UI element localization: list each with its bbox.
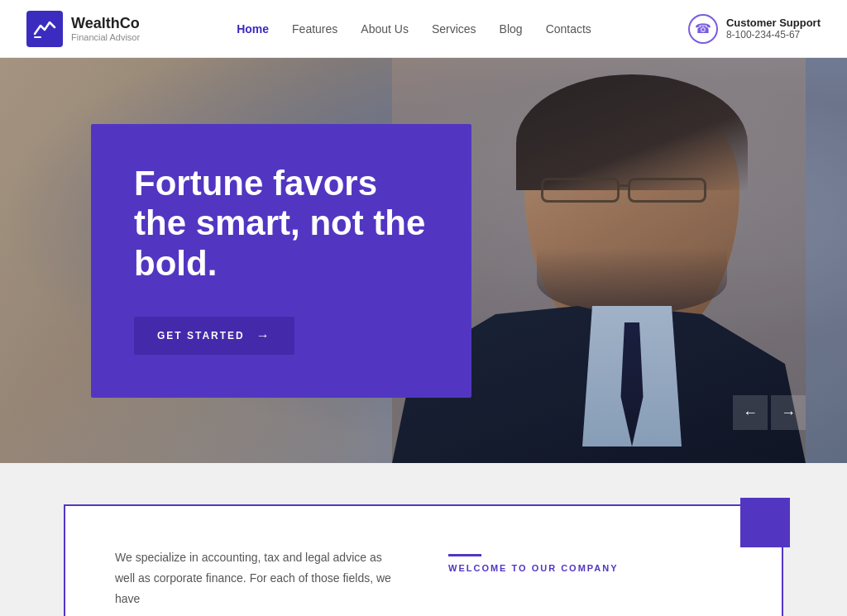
hero-card: Fortune favors the smart, not the bold. …: [91, 124, 471, 398]
support-label: Customer Support: [726, 17, 821, 29]
get-started-label: GET STARTED: [157, 330, 245, 341]
logo-text: WealthCo Financial Advisor: [71, 15, 140, 43]
nav-about[interactable]: About Us: [361, 22, 409, 36]
card-accent: [740, 498, 790, 547]
support-text: Customer Support 8-100-234-45-67: [726, 17, 821, 41]
brand-name: WealthCo: [71, 15, 140, 33]
slider-prev-button[interactable]: ←: [733, 395, 768, 430]
nav-features[interactable]: Features: [292, 22, 337, 36]
welcome-right: WELCOME TO OUR COMPANY: [448, 547, 732, 573]
arrow-right-icon: →: [256, 328, 271, 343]
nav-blog[interactable]: Blog: [500, 22, 523, 36]
nav-contacts[interactable]: Contacts: [546, 22, 591, 36]
customer-support: ☎ Customer Support 8-100-234-45-67: [688, 14, 821, 44]
nav-services[interactable]: Services: [432, 22, 476, 36]
hero-section: Fortune favors the smart, not the bold. …: [0, 58, 847, 463]
slider-controls: ← →: [733, 395, 806, 430]
brand-tagline: Financial Advisor: [71, 32, 140, 42]
logo[interactable]: WealthCo Financial Advisor: [26, 11, 140, 47]
welcome-label: WELCOME TO OUR COMPANY: [448, 563, 619, 573]
description-text: We specialize in accounting, tax and leg…: [115, 547, 399, 610]
get-started-button[interactable]: GET STARTED →: [134, 317, 294, 355]
divider: [448, 554, 481, 556]
arrow-left-icon: ←: [743, 404, 758, 422]
arrow-right-icon: →: [781, 404, 796, 422]
hero-title: Fortune favors the smart, not the bold.: [134, 164, 428, 284]
nav-home[interactable]: Home: [237, 22, 269, 36]
welcome-card: We specialize in accounting, tax and leg…: [64, 504, 783, 616]
welcome-card-wrapper: We specialize in accounting, tax and leg…: [64, 504, 783, 616]
phone-icon: ☎: [688, 14, 718, 44]
header: WealthCo Financial Advisor Home Features…: [0, 0, 847, 58]
support-phone: 8-100-234-45-67: [726, 29, 821, 41]
welcome-section: We specialize in accounting, tax and leg…: [0, 463, 847, 616]
logo-icon: [26, 11, 63, 47]
slider-next-button[interactable]: →: [771, 395, 806, 430]
company-description: We specialize in accounting, tax and leg…: [115, 547, 399, 610]
main-nav: Home Features About Us Services Blog Con…: [237, 22, 591, 36]
